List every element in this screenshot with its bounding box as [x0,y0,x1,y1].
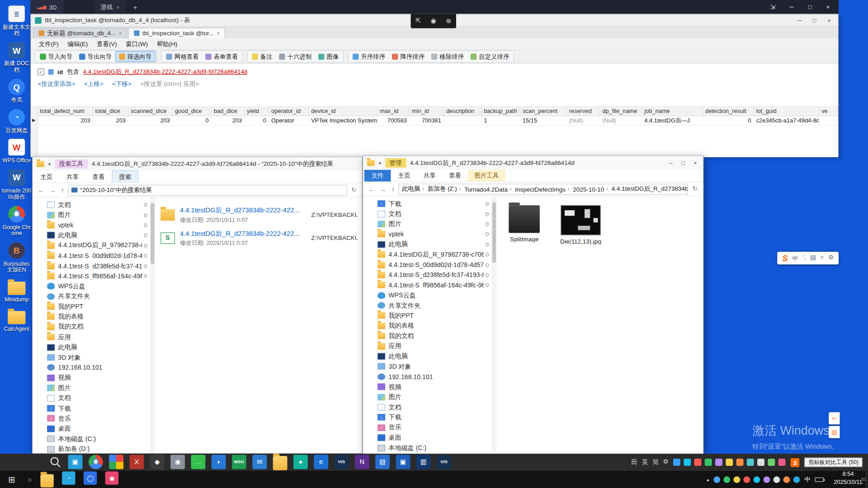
grid-cell[interactable]: 0 [173,116,212,125]
tree-item[interactable]: 4.4.1testDG后_R_97982738-c706-4eb6-bd68-d… [363,249,491,260]
tree-item[interactable]: 桌面 [33,423,150,434]
maximize-icon[interactable]: □ [808,3,812,10]
tray-icon[interactable] [754,476,760,483]
ribbon-tab[interactable]: 主页 [34,171,59,183]
taskbar-app-icon[interactable]: ✉ [252,455,267,469]
search-result-row[interactable]: 4.4.1testDG后_R_d273834b-2222-422... 修改日期… [160,226,358,249]
search-tools-context-tab[interactable]: 搜索工具 [55,160,88,169]
sogou-tool-icon[interactable]: 中 [792,254,798,262]
breadcrumb-item[interactable]: Tornado4.2Data [464,186,508,192]
fullscreen-icon[interactable]: ⇲ [770,3,775,10]
desktop-icon[interactable]: W tornado 2000s操作 [1,169,32,200]
tray-icon[interactable] [774,476,780,483]
toolbar-button[interactable]: 网格查看 [163,51,202,62]
tree-item[interactable]: 文档 [33,393,150,404]
filter-apply-link[interactable]: <按这里 (ctrl+r) 应用> [141,80,199,88]
menu-item[interactable]: 文件(F) [34,38,63,49]
grid-cell[interactable]: VPTek Inspection System [309,116,377,125]
tree-item[interactable]: 共享文件夹 [363,300,491,311]
tray-icon[interactable] [793,476,800,483]
resize-icon[interactable]: ⇱ [415,17,421,25]
grid-column-header[interactable]: detection_result [703,107,754,116]
grid-column-header[interactable]: good_dice [173,107,212,116]
start-button[interactable]: ⊞ [0,474,23,484]
tree-item[interactable]: 192.168.10.101 [33,362,150,373]
desktop-icon[interactable]: W 新建 DOC 档 [1,42,32,73]
grid-column-header[interactable]: min_id [410,107,444,116]
taskbar-app-icon[interactable]: N [355,455,369,469]
toolbar-button[interactable]: 图像 [315,51,342,62]
toolbar-button[interactable]: 备注 [249,51,276,62]
tree-scrollbar[interactable] [491,197,496,454]
menu-item[interactable]: 查看(V) [92,38,121,49]
address-box[interactable]: “2025-10-10”中的搜索结果 [68,184,347,195]
breadcrumb-item[interactable]: 2025-10-10 [573,186,604,192]
taskbar-app-icon[interactable]: VIS [437,455,451,469]
menu-item[interactable]: 帮助(H) [152,38,182,49]
grid-column-header[interactable]: dp_file_name [600,107,642,116]
tray-icon[interactable] [736,459,744,466]
quick-access-toolbar-icon[interactable]: ▾ [379,160,382,165]
toolbar-button[interactable]: 自定义排序 [467,51,512,62]
tree-scrollbar[interactable] [150,197,155,453]
tree-item[interactable]: 4.4.1test-S_00d9d02d-1d78-4d57-9a77-5561… [363,260,491,270]
ribbon-tab[interactable]: 图片工具 [468,170,505,182]
sogou-tool-icon[interactable]: ▤ [810,254,816,262]
up-icon[interactable]: ↑ [390,185,396,193]
tree-item[interactable]: 我的PPT [33,301,150,312]
grid-cell[interactable]: Operator [269,116,309,125]
tree-item[interactable]: 此电脑 [363,239,491,250]
tree-item[interactable]: 应用 [33,332,150,343]
ribbon-tab[interactable]: 查看 [86,171,111,183]
ribbon-tab[interactable]: 主页 [392,170,417,182]
grid-data-row[interactable]: 20320320302030OperatorVPTek Inspection S… [38,116,838,126]
new-tab-button[interactable]: + [126,3,144,12]
refresh-icon[interactable]: ↻ [350,187,359,194]
search-icon[interactable]: ○ [28,475,32,483]
filter-movedown-link[interactable]: <下移> [112,80,132,88]
taskbar-app-icon[interactable] [109,455,123,469]
toolbar-button[interactable]: 升序排序 [349,51,389,62]
tree-item[interactable]: 4.4.1testDG后_R_97982738-c706-4eb6-bd68-d… [33,240,150,251]
tree-item[interactable]: 桌面 [363,433,491,443]
quick-access-toolbar-icon[interactable]: ▾ [48,161,51,167]
result-name[interactable]: 4.4.1testDG后_R_d273834b-2222-422... [180,229,300,238]
forward-icon[interactable]: → [379,185,388,193]
toolbar-button[interactable]: 降序排序 [389,51,428,62]
ime-indicator[interactable]: 英 [642,458,648,466]
breadcrumb-item[interactable]: 新加卷 (Z:) [428,185,457,193]
back-icon[interactable]: ← [367,185,376,193]
tree-item[interactable]: vptek [363,229,491,239]
tree-item[interactable]: 文档 [33,200,150,210]
tray-icon[interactable] [713,476,720,483]
breadcrumb-item[interactable]: 4.4.1testDG后_R_d273834b-2222-4227-a3d9-f… [612,185,688,193]
tree-item[interactable]: 下载 [363,412,491,422]
tree-item[interactable]: 4.4.1test-S_ff9856af-164c-49fc-9642-9e55… [33,271,150,282]
tab-close-icon[interactable]: × [118,30,122,36]
filter-add-link[interactable]: <按这里添加> [38,80,75,88]
grid-cell[interactable]: 15/15 [520,116,567,125]
grid-column-header[interactable]: total_dice [93,107,128,116]
sogou-tray-icon[interactable]: S [791,458,800,467]
tree-item[interactable]: 视频 [363,382,491,392]
tree-item[interactable]: 新加卷 (D:) [33,444,150,453]
grid-cell[interactable]: c2e345cb-a1a7-49d4-8d1 [754,116,819,125]
taskbar-app-icon[interactable] [41,474,54,487]
grid-column-header[interactable]: device_id [309,107,377,116]
ime-indicator[interactable]: ⚙ [663,458,668,466]
tree-item[interactable]: 文档 [363,402,491,413]
desktop-icon[interactable]: CalcAgent [1,308,32,332]
tree-item[interactable]: 我的表格 [33,312,150,322]
sogou-tool-icon[interactable]: ⚙ [828,254,834,262]
taskbar-app-icon[interactable]: ◔ [62,471,75,484]
scrollbar-thumb[interactable] [492,202,496,263]
toolbar-button[interactable]: 表单查看 [202,51,241,62]
grid-column-header[interactable]: scan_percent [520,107,567,116]
desktop-icon[interactable]: Q 夸克 [1,79,32,103]
taskbar-app-icon[interactable]: VIS [335,455,349,469]
maximize-icon[interactable]: □ [681,160,684,166]
tree-item[interactable]: 本地磁盘 (C:) [33,434,150,444]
file-menu-tab[interactable]: 文件 [364,170,391,182]
grid-cell[interactable]: 1 [481,116,520,125]
ime-language-indicator[interactable]: 中 [804,475,810,483]
